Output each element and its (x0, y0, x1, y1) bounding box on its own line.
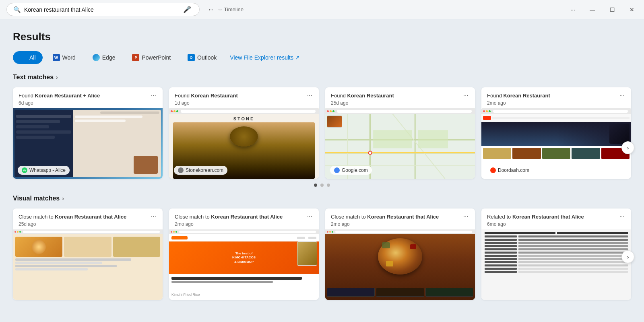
vcard-2-image-container: The best ofKIMCHI TACOS& BIBIMBOP (169, 229, 319, 300)
vcard-1-image (13, 229, 163, 300)
dot-3[interactable] (327, 184, 330, 187)
filter-tab-all[interactable]: All (13, 51, 43, 64)
filter-tab-all-label: All (29, 54, 36, 61)
card-2-found: Found Korean Restaurant (175, 92, 238, 99)
vcard-2-bg: The best ofKIMCHI TACOS& BIBIMBOP (169, 229, 319, 300)
visual-matches-grid: Close match to Korean Restaurant that Al… (13, 208, 631, 300)
card-4-source-label: Doordash.com (498, 167, 529, 173)
vcard-4-image (481, 229, 631, 300)
results-title: Results (13, 31, 631, 43)
vcard-2-header: Close match to Korean Restaurant that Al… (169, 208, 319, 229)
filter-tab-edge[interactable]: Edge (86, 51, 122, 64)
vcard-3-date: 2mo ago (331, 221, 439, 227)
vcard-2-image: The best ofKIMCHI TACOS& BIBIMBOP (169, 229, 319, 300)
vcard-1-found: Close match to Korean Restaurant that Al… (19, 213, 126, 221)
filter-tab-word-label: Word (62, 54, 76, 61)
card-1-menu[interactable]: ··· (150, 92, 157, 99)
vcard-2-found: Close match to Korean Restaurant that Al… (175, 213, 283, 221)
card-2-header: Found Korean Restaurant 1d ago ··· (169, 87, 319, 108)
close-button[interactable]: ✕ (626, 5, 638, 14)
svg-rect-7 (373, 130, 412, 148)
text-matches-chevron: › (56, 74, 58, 80)
card-1-found: Found Korean Restaurant + Alice (19, 92, 100, 99)
main-content: Results All W Word Edge P PowerPoint O O… (0, 19, 644, 314)
vcard-1-date: 25d ago (19, 221, 126, 227)
text-matches-next-arrow[interactable]: › (621, 141, 634, 154)
svg-point-11 (369, 152, 372, 154)
svg-rect-8 (418, 130, 448, 148)
timeline-label[interactable]: ↔ Timeline (217, 6, 244, 12)
vcard-3-image (325, 229, 475, 300)
vcard-4-menu[interactable]: ··· (619, 213, 625, 220)
card-3-source-label: Google.com (342, 167, 368, 173)
timeline-section: ↔ ↔ Timeline (208, 6, 244, 13)
text-match-card-1[interactable]: Found Korean Restaurant + Alice 6d ago ·… (13, 87, 163, 179)
card-3-source: Google.com (330, 166, 372, 175)
timeline-icon: ↔ (208, 6, 214, 13)
vcard-1-image-container (13, 229, 163, 300)
vcard-4-found: Related to Korean Restaurant that Alice (487, 213, 584, 221)
card-3-menu[interactable]: ··· (462, 92, 469, 99)
view-explorer-link[interactable]: View File Explorer results ↗ (230, 54, 300, 61)
food-image (134, 156, 158, 174)
outlook-icon: O (188, 54, 195, 61)
filter-tab-outlook[interactable]: O Outlook (181, 51, 223, 64)
text-matches-header[interactable]: Text matches › (13, 74, 631, 81)
dot-1[interactable] (314, 184, 317, 187)
all-icon (20, 54, 27, 61)
visual-matches-chevron: › (62, 195, 64, 202)
card-2-menu[interactable]: ··· (306, 92, 313, 99)
whatsapp-icon: W (22, 167, 27, 173)
visual-match-card-1[interactable]: Close match to Korean Restaurant that Al… (13, 208, 163, 300)
filter-tab-word[interactable]: W Word (46, 51, 83, 64)
card-2-date: 1d ago (175, 100, 238, 106)
filter-tab-powerpoint[interactable]: P PowerPoint (125, 51, 178, 64)
search-icon: 🔍 (13, 6, 21, 13)
visual-match-card-2[interactable]: Close match to Korean Restaurant that Al… (169, 208, 319, 300)
minimize-button[interactable]: — (586, 5, 599, 14)
search-bar-container: 🔍 🎤 (6, 3, 200, 16)
card-4-header: Found Korean Restaurant 2mo ago ··· (481, 87, 631, 108)
vcard-4-bg (481, 229, 631, 300)
vcard-3-menu[interactable]: ··· (462, 213, 469, 220)
maximize-button[interactable]: ☐ (607, 5, 618, 14)
search-input[interactable] (24, 6, 178, 13)
card-4-date: 2mo ago (487, 100, 550, 106)
card-4-source: Doordash.com (486, 166, 533, 175)
vcard-3-found: Close match to Korean Restaurant that Al… (331, 213, 439, 221)
filter-tab-ppt-label: PowerPoint (142, 54, 171, 61)
visual-matches-section: Visual matches › Close match to Korean R… (13, 195, 631, 300)
card-2-source: Stonekorean.com (174, 166, 227, 175)
visual-match-card-4[interactable]: Related to Korean Restaurant that Alice … (481, 208, 631, 300)
text-matches-grid: Found Korean Restaurant + Alice 6d ago ·… (13, 87, 631, 179)
mic-button[interactable]: 🎤 (182, 6, 193, 13)
card-2-image-container: STONE Stonekorean.com (169, 108, 319, 179)
visual-match-card-3[interactable]: Close match to Korean Restaurant that Al… (325, 208, 475, 300)
vcard-1-menu[interactable]: ··· (150, 213, 157, 220)
vcard-2-menu[interactable]: ··· (306, 213, 313, 220)
more-button[interactable]: ··· (567, 5, 578, 14)
visual-matches-header[interactable]: Visual matches › (13, 195, 631, 202)
doordash-icon (490, 167, 496, 173)
text-match-card-4[interactable]: Found Korean Restaurant 2mo ago ··· (481, 87, 631, 179)
title-bar: 🔍 🎤 ↔ ↔ Timeline ··· — ☐ ✕ (0, 0, 644, 19)
edge-icon (93, 54, 100, 61)
ppt-icon: P (132, 54, 139, 61)
card-1-source-label: Whatsapp - Alice (29, 167, 66, 173)
text-matches-cards: Found Korean Restaurant + Alice 6d ago ·… (13, 87, 631, 179)
vcard-4-date: 6mo ago (487, 221, 584, 227)
visual-matches-title: Visual matches (13, 195, 60, 202)
card-4-menu[interactable]: ··· (619, 92, 625, 99)
text-match-card-3[interactable]: Found Korean Restaurant 25d ago ··· (325, 87, 475, 179)
visual-matches-cards: Close match to Korean Restaurant that Al… (13, 208, 631, 300)
text-match-card-2[interactable]: Found Korean Restaurant 1d ago ··· (169, 87, 319, 179)
carousel-dots (13, 184, 631, 187)
vcard-4-image-container (481, 229, 631, 300)
word-icon: W (53, 54, 60, 61)
vcard-3-bg (325, 229, 475, 300)
dot-2[interactable] (320, 184, 324, 187)
card-4-image-container: Doordash.com (481, 108, 631, 179)
vcard-3-image-container (325, 229, 475, 300)
visual-matches-next-arrow[interactable]: › (621, 250, 634, 263)
vcard-3-header: Close match to Korean Restaurant that Al… (325, 208, 475, 229)
